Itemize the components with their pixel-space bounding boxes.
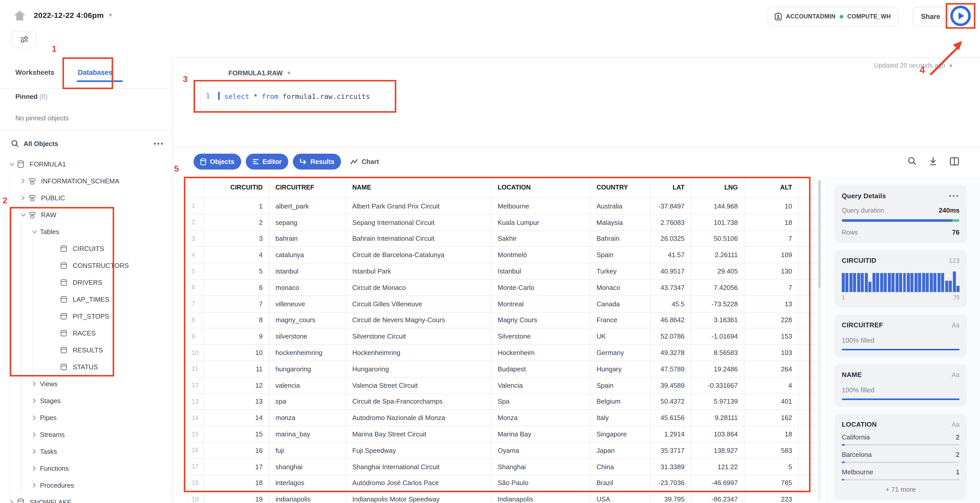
- table-cell[interactable]: 41.57: [651, 247, 691, 264]
- row-number[interactable]: 18: [188, 475, 204, 492]
- tab-worksheets[interactable]: Worksheets: [15, 68, 54, 76]
- row-number[interactable]: 16: [188, 443, 204, 459]
- table-cell[interactable]: Indianapolis: [492, 492, 590, 503]
- chevron-right-icon[interactable]: [29, 398, 40, 404]
- table-cell[interactable]: 401: [745, 394, 799, 410]
- table-cell[interactable]: 31.3389: [651, 459, 691, 475]
- table-cell[interactable]: Australia: [590, 198, 651, 215]
- table-cell[interactable]: Istanbul Park: [346, 263, 492, 280]
- table-cell[interactable]: bahrain: [269, 231, 346, 247]
- table-cell[interactable]: Circuit de Barcelona-Catalunya: [346, 247, 492, 264]
- table-cell[interactable]: 12: [204, 377, 269, 394]
- row-number[interactable]: 12: [188, 377, 204, 394]
- tree-item-functions[interactable]: Functions: [0, 460, 172, 477]
- table-cell[interactable]: 46.8642: [651, 312, 691, 329]
- search-results-button[interactable]: [908, 157, 916, 166]
- view-tab-chart[interactable]: Chart: [350, 158, 379, 166]
- table-cell[interactable]: Bahrain International Circuit: [346, 231, 492, 247]
- table-cell[interactable]: 14: [204, 410, 269, 427]
- table-cell[interactable]: villeneuve: [269, 296, 346, 312]
- row-number[interactable]: 6: [188, 280, 204, 296]
- tree-item-constructors[interactable]: CONSTRUCTORS: [0, 257, 172, 274]
- column-header-country[interactable]: COUNTRY: [590, 177, 651, 198]
- row-number[interactable]: 14: [188, 410, 204, 427]
- table-cell[interactable]: 29.405: [691, 263, 745, 280]
- tree-item-formula1[interactable]: FORMULA1: [0, 156, 172, 173]
- table-cell[interactable]: 103.864: [691, 426, 745, 443]
- chevron-right-icon[interactable]: [18, 178, 29, 184]
- tree-item-public[interactable]: PUBLIC: [0, 189, 172, 207]
- table-cell[interactable]: Marina Bay Street Circuit: [346, 426, 492, 443]
- table-cell[interactable]: 8.56583: [691, 345, 745, 361]
- row-number[interactable]: 8: [188, 312, 204, 329]
- tree-item-lap_times[interactable]: LAP_TIMES: [0, 291, 172, 308]
- chevron-right-icon[interactable]: [29, 415, 40, 420]
- table-cell[interactable]: -23.7036: [651, 475, 691, 492]
- table-cell[interactable]: Montmeló: [492, 247, 590, 264]
- row-number[interactable]: 9: [188, 329, 204, 345]
- table-cell[interactable]: Brazil: [590, 475, 651, 492]
- table-cell[interactable]: 10: [204, 345, 269, 361]
- table-cell[interactable]: albert_park: [269, 198, 346, 215]
- table-cell[interactable]: 1: [204, 198, 269, 215]
- table-cell[interactable]: 10: [745, 198, 799, 215]
- tab-databases[interactable]: Databases: [78, 68, 112, 76]
- table-cell[interactable]: -86.2347: [691, 492, 745, 503]
- worksheet-title[interactable]: 2022-12-22 4:06pm ▼: [34, 11, 113, 19]
- table-cell[interactable]: -1.01694: [691, 329, 745, 345]
- table-cell[interactable]: 7: [745, 231, 799, 247]
- table-cell[interactable]: 47.5789: [651, 361, 691, 377]
- table-cell[interactable]: 4: [745, 377, 799, 394]
- table-cell[interactable]: 144.968: [691, 198, 745, 215]
- table-cell[interactable]: 13: [204, 394, 269, 410]
- tree-item-snowflake[interactable]: SNOWFLAKE: [0, 494, 172, 503]
- table-cell[interactable]: 35.3717: [651, 443, 691, 459]
- chevron-right-icon[interactable]: [29, 432, 40, 438]
- table-cell[interactable]: Belgium: [590, 394, 651, 410]
- table-cell[interactable]: 16: [204, 443, 269, 459]
- table-cell[interactable]: 11: [204, 361, 269, 377]
- table-cell[interactable]: 13: [745, 296, 799, 312]
- table-cell[interactable]: Circuit de Nevers Magny-Cours: [346, 312, 492, 329]
- row-number[interactable]: 2: [188, 215, 204, 231]
- tree-item-pit_stops[interactable]: PIT_STOPS: [0, 308, 172, 325]
- chevron-down-icon[interactable]: [18, 212, 29, 217]
- table-cell[interactable]: Melbourne: [492, 198, 590, 215]
- sidebar-more-menu[interactable]: •••: [154, 139, 164, 148]
- table-cell[interactable]: 43.7347: [651, 280, 691, 296]
- table-cell[interactable]: Singapore: [590, 426, 651, 443]
- table-cell[interactable]: 18: [204, 475, 269, 492]
- table-cell[interactable]: Sakhir: [492, 231, 590, 247]
- results-table[interactable]: CIRCUITIDCIRCUITREFNAMELOCATIONCOUNTRYLA…: [188, 177, 820, 503]
- table-cell[interactable]: Hockenheimring: [346, 345, 492, 361]
- row-number[interactable]: 17: [188, 459, 204, 475]
- chevron-right-icon[interactable]: [6, 500, 18, 503]
- table-cell[interactable]: 15: [204, 426, 269, 443]
- table-cell[interactable]: indianapolis: [269, 492, 346, 503]
- table-cell[interactable]: 4: [204, 247, 269, 264]
- role-warehouse-selector[interactable]: ACCOUNTADMIN COMPUTE_WH: [767, 7, 898, 26]
- run-button[interactable]: [950, 6, 971, 26]
- table-cell[interactable]: 52.0786: [651, 329, 691, 345]
- row-number[interactable]: 11: [188, 361, 204, 377]
- table-cell[interactable]: Bahrain: [590, 231, 651, 247]
- table-cell[interactable]: Circuit Gilles Villeneuve: [346, 296, 492, 312]
- table-cell[interactable]: Italy: [590, 410, 651, 427]
- table-cell[interactable]: Silverstone: [492, 329, 590, 345]
- table-cell[interactable]: valencia: [269, 377, 346, 394]
- row-number[interactable]: 3: [188, 231, 204, 247]
- table-cell[interactable]: 17: [204, 459, 269, 475]
- tree-item-races[interactable]: RACES: [0, 325, 172, 342]
- table-cell[interactable]: Autódromo José Carlos Pace: [346, 475, 492, 492]
- tree-item-results[interactable]: RESULTS: [0, 342, 172, 358]
- chevron-right-icon[interactable]: [29, 381, 40, 387]
- table-cell[interactable]: Circuit de Spa-Francorchamps: [346, 394, 492, 410]
- table-cell[interactable]: Malaysia: [590, 215, 651, 231]
- chevron-right-icon[interactable]: [29, 449, 40, 454]
- table-cell[interactable]: Valencia Street Circuit: [346, 377, 492, 394]
- table-cell[interactable]: silverstone: [269, 329, 346, 345]
- table-cell[interactable]: 2: [204, 215, 269, 231]
- filters-button[interactable]: [12, 31, 37, 48]
- tree-item-drivers[interactable]: DRIVERS: [0, 274, 172, 291]
- table-cell[interactable]: Germany: [590, 345, 651, 361]
